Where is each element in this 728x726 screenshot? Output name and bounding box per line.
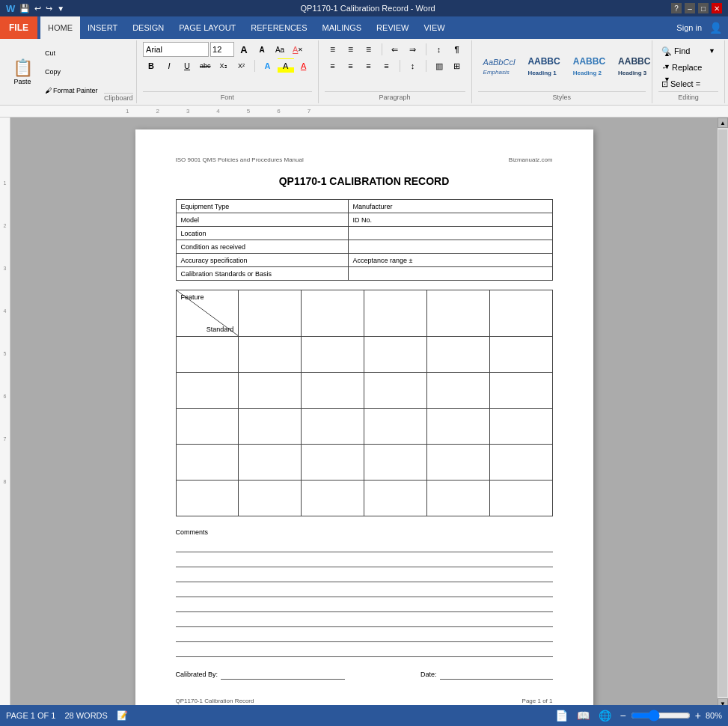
decrease-indent-button[interactable]: ⇐ — [387, 42, 403, 57]
read-mode-button[interactable]: 📖 — [575, 708, 591, 709]
superscript-button[interactable]: X² — [233, 58, 250, 73]
print-layout-view-button[interactable]: 📄 — [554, 708, 569, 709]
justify-button[interactable]: ≡ — [379, 58, 395, 73]
document-title: QP1170-1 CALIBRATION RECORD — [176, 175, 553, 187]
bold-button[interactable]: B — [143, 58, 159, 73]
sign-in-button[interactable]: Sign in — [669, 23, 709, 32]
tab-insert[interactable]: INSERT — [80, 16, 125, 39]
minimize-button[interactable]: – — [685, 3, 695, 13]
increase-indent-button[interactable]: ⇒ — [405, 42, 421, 57]
font-shrink-button[interactable]: A — [254, 42, 270, 57]
font-size-input[interactable] — [210, 42, 234, 57]
status-bar: PAGE 1 OF 1 28 WORDS 📝 📄 📖 🌐 − + 80% — [0, 705, 728, 709]
tab-review[interactable]: REVIEW — [369, 16, 416, 39]
numbered-button[interactable]: ≡ — [343, 42, 359, 57]
tab-page-layout[interactable]: PAGE LAYOUT — [171, 16, 243, 39]
data-cell — [176, 337, 239, 373]
horizontal-ruler: 1 2 3 4 5 6 7 — [0, 106, 728, 118]
window-controls: ? – □ ✕ — [671, 3, 722, 13]
select-button[interactable]: ⊡ Select = — [658, 76, 718, 91]
line-spacing-button[interactable]: ↕ — [405, 58, 421, 73]
replace-button[interactable]: ↔ Replace — [658, 60, 718, 75]
underline-button[interactable]: U — [179, 58, 195, 73]
vertical-scrollbar[interactable]: ▲ ▼ — [718, 118, 728, 709]
bullets-button[interactable]: ≡ — [325, 42, 341, 57]
clipboard-sub: Cut Copy 🖌 Format Painter — [39, 42, 104, 102]
model-label: Model — [176, 213, 348, 227]
center-button[interactable]: ≡ — [343, 58, 359, 73]
accuracy-label: Accuracy specification — [176, 254, 348, 267]
restore-button[interactable]: □ — [698, 3, 709, 13]
data-cell — [489, 337, 552, 373]
user-options-icon[interactable]: 👤 — [709, 22, 728, 34]
zoom-in-button[interactable]: + — [694, 708, 703, 709]
data-cell — [364, 409, 426, 445]
style-heading3[interactable]: AABBCHeading 3 — [613, 54, 655, 79]
data-cell — [426, 373, 489, 409]
find-dropdown[interactable]: ▼ — [709, 47, 715, 55]
clear-format-button[interactable]: A✕ — [290, 42, 306, 57]
cut-button[interactable]: Cut — [42, 48, 101, 58]
data-cell — [176, 409, 239, 445]
multilevel-button[interactable]: ≡ — [361, 42, 377, 57]
scroll-up-button[interactable]: ▲ — [718, 118, 728, 128]
format-painter-icon: 🖌 — [45, 87, 52, 94]
manufacturer-label: Manufacturer — [348, 200, 552, 213]
copy-button[interactable]: Copy — [42, 67, 101, 77]
align-left-button[interactable]: ≡ — [325, 58, 341, 73]
feature-col-3 — [364, 290, 426, 337]
quick-access-custom[interactable]: ▼ — [57, 4, 64, 13]
feature-table: Feature Standard — [176, 290, 553, 516]
equipment-type-label: Equipment Type — [176, 200, 348, 213]
zoom-out-button[interactable]: − — [619, 708, 628, 709]
quick-access-undo[interactable]: ↩ — [34, 4, 41, 13]
id-no-label: ID No. — [348, 213, 552, 227]
tab-mailings[interactable]: MAILINGS — [315, 16, 370, 39]
font-name-input[interactable] — [143, 42, 209, 57]
text-effect-button[interactable]: A — [260, 58, 276, 73]
tab-home[interactable]: HOME — [40, 16, 80, 39]
quick-access-redo[interactable]: ↪ — [46, 4, 52, 13]
show-hide-button[interactable]: ¶ — [449, 42, 465, 57]
data-cell — [239, 445, 302, 481]
style-heading2[interactable]: AABBCHeading 2 — [568, 54, 611, 79]
align-right-button[interactable]: ≡ — [361, 58, 377, 73]
format-painter-button[interactable]: 🖌 Format Painter — [42, 85, 101, 96]
shading-button[interactable]: ▥ — [431, 58, 447, 73]
comment-line-6 — [176, 614, 553, 627]
tab-references[interactable]: REFERENCES — [243, 16, 314, 39]
data-cell — [489, 481, 552, 516]
help-button[interactable]: ? — [671, 3, 682, 13]
close-button[interactable]: ✕ — [712, 3, 722, 13]
strikethrough-button[interactable]: abc — [197, 58, 214, 73]
feature-col-4 — [426, 290, 489, 337]
font-color-button[interactable]: A — [296, 58, 312, 73]
comment-line-3 — [176, 569, 553, 582]
feature-header-row: Feature Standard — [176, 290, 552, 337]
data-cell — [239, 409, 302, 445]
scroll-thumb[interactable] — [718, 129, 727, 697]
comment-line-8 — [176, 644, 553, 657]
info-table: Equipment Type Manufacturer Model ID No.… — [176, 199, 553, 281]
style-emphasis[interactable]: AaBbCclEmphasis — [478, 55, 521, 78]
ribbon-content: 📋 Paste Cut Copy 🖌 Format Painter Clipbo… — [0, 39, 728, 106]
highlight-button[interactable]: A — [278, 58, 294, 73]
feature-col-5 — [489, 290, 552, 337]
tab-design[interactable]: DESIGN — [125, 16, 171, 39]
italic-button[interactable]: I — [161, 58, 177, 73]
feature-label: Feature — [181, 293, 204, 301]
font-grow-button[interactable]: A — [236, 42, 252, 57]
web-layout-button[interactable]: 🌐 — [597, 708, 613, 709]
feature-col-1 — [239, 290, 302, 337]
find-button[interactable]: 🔍 Find ▼ — [658, 43, 718, 58]
paste-button[interactable]: 📋 Paste — [6, 42, 39, 102]
borders-button[interactable]: ⊞ — [449, 58, 465, 73]
sort-button[interactable]: ↕ — [431, 42, 447, 57]
change-case-button[interactable]: Aa — [272, 42, 288, 57]
subscript-button[interactable]: X₂ — [215, 58, 232, 73]
title-bar: W 💾 ↩ ↪ ▼ QP1170-1 Calibration Record - … — [0, 0, 728, 16]
tab-view[interactable]: VIEW — [417, 16, 453, 39]
quick-access-save[interactable]: 💾 — [19, 4, 30, 13]
style-heading1[interactable]: AABBCHeading 1 — [522, 54, 565, 79]
file-tab[interactable]: FILE — [0, 16, 37, 39]
